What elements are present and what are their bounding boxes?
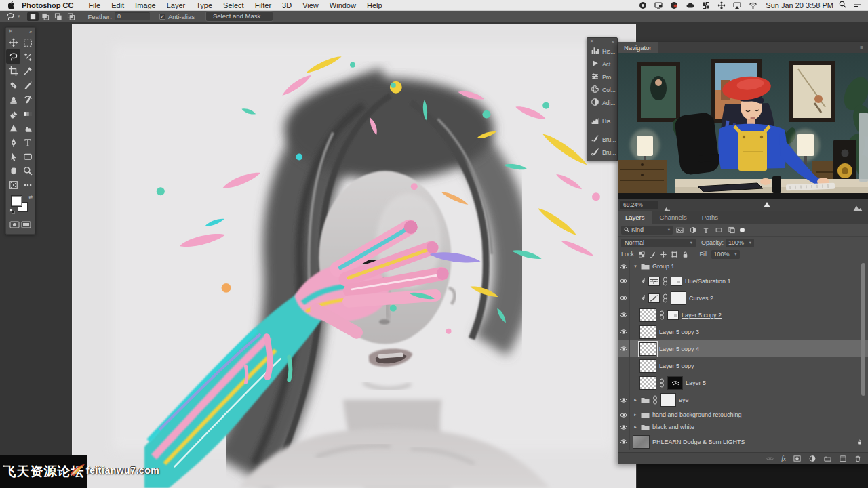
tool-path-select[interactable] (6, 149, 20, 163)
layer-name[interactable]: Curves 2 (689, 295, 713, 302)
layer-thumbnail[interactable] (639, 359, 656, 373)
tool-preset-caret-icon[interactable]: ▾ (18, 14, 20, 19)
fill-value[interactable]: 100%▾ (711, 250, 740, 259)
layer-name[interactable]: black and white (652, 424, 694, 430)
tool-sharpen[interactable] (6, 121, 20, 135)
dock-item-brushes[interactable]: Bru... (587, 146, 617, 159)
status-record-icon[interactable] (670, 1, 678, 9)
new-layer-icon[interactable] (839, 455, 847, 462)
zoom-in-mountain-icon[interactable] (853, 202, 863, 214)
group-expander-icon[interactable]: ▸ (633, 424, 638, 430)
layer-row-hue-saturation-1[interactable]: Hue/Saturation 1 (618, 272, 868, 289)
layer-row-group-1[interactable]: ▾Group 1 (618, 260, 868, 272)
menu-item-edit[interactable]: Edit (111, 1, 124, 9)
new-group-icon[interactable] (823, 455, 832, 462)
tool-gradient[interactable] (20, 106, 35, 121)
layer-row-layer-5-copy-2[interactable]: Layer 5 copy 2 (618, 306, 868, 323)
tool-crop[interactable] (6, 64, 20, 78)
menu-item-layer[interactable]: Layer (167, 1, 186, 9)
tool-clone-stamp[interactable] (6, 92, 20, 106)
layer-row-layer-5-copy-3[interactable]: Layer 5 copy 3 (618, 323, 868, 340)
apple-logo-icon[interactable] (8, 1, 15, 9)
layer-visibility-toggle[interactable] (618, 323, 630, 340)
tool-burn[interactable] (20, 121, 35, 135)
layer-style-icon[interactable]: fx (781, 455, 786, 462)
tab-paths[interactable]: Paths (694, 211, 726, 224)
spotlight-icon[interactable] (839, 1, 846, 9)
adjustment-filter-icon[interactable] (687, 226, 698, 235)
layer-row-black-and-white[interactable]: ▸black and white (618, 421, 868, 433)
tool-eyedropper[interactable] (20, 64, 35, 78)
layer-thumbnail[interactable] (639, 308, 656, 322)
layer-row-curves-2[interactable]: Curves 2 (618, 289, 868, 306)
layer-name[interactable]: Group 1 (652, 263, 675, 270)
layer-visibility-toggle[interactable] (618, 421, 630, 433)
opacity-value[interactable]: 100%▾ (726, 239, 754, 247)
tool-marquee[interactable] (20, 35, 35, 49)
tool-hand[interactable] (6, 163, 20, 178)
new-adjustment-icon[interactable] (808, 455, 816, 462)
layer-mask-thumbnail[interactable] (667, 376, 683, 390)
dock-item-brush-settings[interactable]: Bru... (587, 133, 617, 146)
status-move-cross-icon[interactable] (717, 1, 726, 9)
layer-visibility-toggle[interactable] (618, 409, 630, 421)
status-airplay-icon[interactable] (733, 1, 741, 9)
dock-item-history[interactable]: His... (587, 115, 617, 127)
layer-name[interactable]: PHLEARN Dodge & Burn LIGHTS (652, 439, 745, 445)
layer-mask-thumbnail[interactable] (671, 291, 686, 305)
layer-name[interactable]: Layer 5 copy (659, 363, 694, 369)
layer-mask-thumbnail[interactable] (667, 310, 679, 320)
select-and-mask-button[interactable]: Select and Mask... (205, 11, 273, 22)
menu-item-window[interactable]: Window (330, 1, 356, 9)
tool-shape[interactable] (20, 149, 35, 163)
tool-pen[interactable] (6, 135, 20, 149)
screen-mode-button[interactable] (21, 219, 31, 231)
layer-visibility-toggle[interactable] (618, 260, 630, 272)
menu-item-type[interactable]: Type (196, 1, 212, 9)
layer-thumbnail[interactable] (633, 435, 650, 449)
layers-scrollbar[interactable] (861, 263, 865, 396)
feather-input[interactable]: 0 (115, 12, 150, 20)
tool-healing[interactable] (6, 78, 20, 92)
layer-name[interactable]: Layer 5 copy 2 (682, 312, 722, 319)
intersect-selection-button[interactable] (66, 12, 77, 21)
type-filter-icon[interactable] (700, 226, 711, 235)
notification-list-icon[interactable] (853, 1, 861, 9)
lock-all-icon[interactable] (680, 251, 690, 258)
tutorial-video-overlay[interactable] (618, 53, 868, 199)
menu-item-view[interactable]: View (302, 1, 319, 9)
navigator-panel-menu-icon[interactable]: ≡ (860, 45, 865, 51)
group-expander-icon[interactable]: ▸ (633, 412, 638, 418)
current-tool-lasso-icon[interactable]: ▾ (5, 12, 20, 21)
panel-close-icon[interactable]: ✕ (9, 28, 13, 34)
dock-collapse-icon[interactable]: » (612, 39, 614, 44)
tab-layers[interactable]: Layers (618, 211, 652, 224)
status-display-lock-icon[interactable] (654, 1, 663, 9)
filter-kind-select[interactable]: Kind ▾ (621, 226, 673, 235)
lock-artboard-icon[interactable] (669, 251, 679, 258)
layer-thumbnail[interactable] (639, 325, 656, 339)
menu-clock[interactable]: Sun Jan 20 3:58 PM (766, 1, 833, 9)
menu-item-help[interactable]: Help (367, 1, 382, 9)
smart-object-filter-icon[interactable] (726, 226, 737, 235)
zoom-slider-thumb[interactable] (764, 202, 770, 207)
dock-item-properties[interactable]: Pro... (587, 70, 617, 83)
new-selection-button[interactable] (27, 12, 39, 21)
pixel-filter-icon[interactable] (674, 226, 686, 235)
document-canvas[interactable] (72, 24, 636, 488)
zoom-out-mountain-icon[interactable] (664, 202, 671, 214)
layer-row-eye[interactable]: ▸eye (618, 391, 868, 409)
link-layers-icon[interactable] (766, 455, 774, 462)
curves-adjustment-thumbnail[interactable] (648, 293, 660, 303)
dock-item-histogram[interactable]: His... (587, 45, 617, 58)
lock-pixels-icon[interactable] (648, 251, 658, 258)
tool-type[interactable] (20, 135, 35, 149)
lock-position-icon[interactable] (658, 251, 669, 258)
layer-visibility-toggle[interactable] (618, 289, 630, 306)
add-mask-icon[interactable] (793, 455, 802, 462)
tool-history-brush[interactable] (20, 92, 35, 106)
default-colors-icon[interactable] (9, 209, 15, 214)
status-cloud-icon[interactable] (686, 1, 694, 9)
group-expander-icon[interactable]: ▾ (633, 264, 638, 269)
layer-visibility-toggle[interactable] (618, 433, 630, 450)
